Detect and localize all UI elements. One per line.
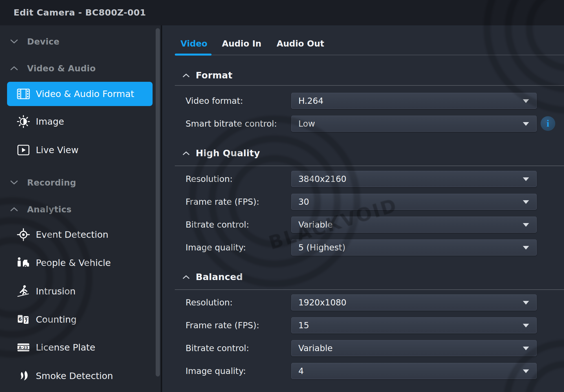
sidebar-group-label: Video & Audio <box>27 63 96 73</box>
chevron-up-icon <box>183 275 190 279</box>
dropdown-value: Variable <box>298 217 332 232</box>
people-vehicle-icon <box>15 254 32 271</box>
sidebar-item-smoke-detection[interactable]: Smoke Detection <box>0 367 161 384</box>
chevron-up-icon <box>183 73 190 77</box>
license-plate-icon: A-23 <box>15 339 32 356</box>
framerate-hq-dropdown[interactable]: 30 <box>291 194 537 210</box>
license-plate-text: A-23 <box>19 345 28 350</box>
field-label-smart-bitrate: Smart bitrate control: <box>186 116 290 132</box>
counter-digit-left: 6 <box>19 316 22 322</box>
video-format-dropdown[interactable]: H.264 <box>291 93 537 109</box>
chevron-down-icon <box>523 369 529 373</box>
dialog-titlebar: Edit Camera - BC800Z-001 <box>0 0 564 25</box>
bitrate-control-hq-dropdown[interactable]: Variable <box>291 217 537 233</box>
sidebar-item-intrusion[interactable]: Intrusion <box>0 283 161 300</box>
edit-camera-dialog: Edit Camera - BC800Z-001 Device Video & … <box>0 0 564 392</box>
sidebar-group-label: Device <box>27 37 60 47</box>
sidebar-item-label: People & Vehicle <box>36 257 111 268</box>
sidebar-group-label: Analytics <box>27 204 72 214</box>
sidebar-item-label: Live View <box>36 145 78 155</box>
resolution-hq-dropdown[interactable]: 3840x2160 <box>291 171 537 187</box>
framerate-bal-dropdown[interactable]: 15 <box>291 317 537 333</box>
sidebar-group-device[interactable]: Device <box>0 33 161 50</box>
section-header-format[interactable]: Format <box>183 69 232 82</box>
active-tab-underline <box>175 54 211 56</box>
sidebar-item-event-detection[interactable]: Event Detection <box>0 226 161 243</box>
sidebar-item-counting[interactable]: 6 7 Counting <box>0 311 161 328</box>
smart-bitrate-dropdown[interactable]: Low <box>291 116 537 132</box>
chevron-down-icon <box>10 180 18 185</box>
dropdown-value: Low <box>298 116 315 131</box>
chevron-down-icon <box>523 223 529 227</box>
intrusion-icon <box>15 283 32 300</box>
section-title: High Quality <box>196 148 260 158</box>
section-divider <box>175 289 564 290</box>
info-glyph: i <box>547 119 549 128</box>
chevron-down-icon <box>523 347 529 350</box>
info-icon[interactable]: i <box>541 116 555 131</box>
chevron-down-icon <box>523 99 529 103</box>
tab-video[interactable]: Video <box>180 37 207 51</box>
sidebar-main-divider <box>161 25 162 392</box>
sidebar-item-label: Event Detection <box>36 229 108 240</box>
smoke-icon <box>15 367 32 384</box>
image-quality-hq-dropdown[interactable]: 5 (Highest) <box>291 239 537 256</box>
bitrate-control-bal-dropdown[interactable]: Variable <box>291 340 537 356</box>
chevron-down-icon <box>523 177 529 181</box>
field-label-resolution-bal: Resolution: <box>186 294 290 310</box>
brightness-icon <box>15 113 32 130</box>
settings-main-panel: Video Audio In Audio Out Format Video fo… <box>162 25 564 392</box>
tab-audio-out[interactable]: Audio Out <box>277 37 324 51</box>
dropdown-value: 15 <box>298 318 309 333</box>
sidebar-group-analytics[interactable]: Analytics <box>0 201 161 218</box>
dropdown-value: 1920x1080 <box>298 295 346 310</box>
section-title: Balanced <box>196 272 243 282</box>
field-label-bitrate-hq: Bitrate control: <box>186 217 290 233</box>
dropdown-value: Variable <box>298 340 332 356</box>
sidebar-group-label: Recording <box>27 178 76 188</box>
dropdown-value: H.264 <box>298 93 323 109</box>
chevron-down-icon <box>523 200 529 204</box>
field-label-image-quality-bal: Image quality: <box>186 363 290 379</box>
field-label-framerate-bal: Frame rate (FPS): <box>186 317 290 333</box>
section-header-balanced[interactable]: Balanced <box>183 271 243 283</box>
field-label-bitrate-bal: Bitrate control: <box>186 340 290 356</box>
sidebar-item-live-view[interactable]: Live View <box>0 142 161 158</box>
chevron-up-icon <box>183 151 190 155</box>
sidebar-item-label: Smoke Detection <box>36 371 113 381</box>
sidebar-item-label: Image <box>36 116 64 127</box>
field-label-framerate-hq: Frame rate (FPS): <box>186 194 290 210</box>
sidebar-item-label: License Plate <box>36 342 95 353</box>
resolution-bal-dropdown[interactable]: 1920x1080 <box>291 294 537 310</box>
field-label-video-format: Video format: <box>186 93 290 109</box>
chevron-down-icon <box>523 324 529 327</box>
crosshair-icon <box>15 226 32 243</box>
tab-divider-line <box>175 55 564 55</box>
tab-audio-in[interactable]: Audio In <box>222 37 261 51</box>
section-divider <box>175 166 564 166</box>
counter-digit-right: 7 <box>25 319 27 324</box>
dropdown-value: 30 <box>298 194 309 210</box>
dropdown-value: 5 (Highest) <box>298 240 345 255</box>
section-header-high-quality[interactable]: High Quality <box>183 147 260 159</box>
settings-sidebar: Device Video & Audio <box>0 25 161 392</box>
dropdown-value: 3840x2160 <box>298 171 346 187</box>
sidebar-item-video-audio-format[interactable]: Video & Audio Format <box>7 82 153 106</box>
chevron-up-icon <box>10 207 18 212</box>
sidebar-item-image[interactable]: Image <box>0 113 161 130</box>
sidebar-group-recording[interactable]: Recording <box>0 174 161 191</box>
dropdown-value: 4 <box>298 363 304 379</box>
sidebar-item-license-plate[interactable]: A-23 License Plate <box>0 339 161 356</box>
sidebar-item-label: Intrusion <box>36 286 76 297</box>
live-view-icon <box>15 142 32 158</box>
chevron-up-icon <box>10 66 18 71</box>
counter-icon: 6 7 <box>15 311 32 328</box>
sidebar-item-people-vehicle[interactable]: People & Vehicle <box>0 254 161 271</box>
sidebar-scrollbar-thumb[interactable] <box>156 28 160 376</box>
sidebar-item-label: Video & Audio Format <box>36 89 134 99</box>
image-quality-bal-dropdown[interactable]: 4 <box>291 363 537 379</box>
sidebar-group-video-audio[interactable]: Video & Audio <box>0 60 161 77</box>
chevron-down-icon <box>523 246 529 250</box>
sidebar-item-label: Counting <box>36 314 77 325</box>
section-title: Format <box>196 70 232 81</box>
